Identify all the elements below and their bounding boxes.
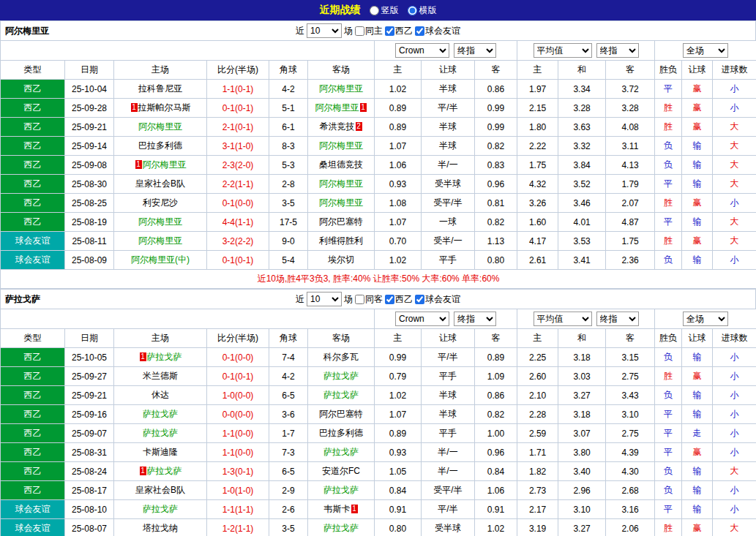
away-team-link[interactable]: 萨拉戈萨 (323, 523, 359, 533)
corner-cell: 5-3 (269, 156, 308, 175)
away-team-cell: 巴拉多利德 (308, 424, 375, 443)
home-team-link[interactable]: 阿尔梅里亚 (138, 216, 182, 227)
horizontal-radio[interactable] (408, 6, 417, 15)
euro-average-select[interactable]: 平均值 (534, 312, 592, 326)
asia-handicap-cell: 半球 (422, 80, 475, 99)
home-team-link[interactable]: 萨拉戈萨 (143, 409, 178, 419)
scope-select[interactable]: 全场 (683, 312, 728, 326)
home-team-link[interactable]: 阿尔梅里亚 (138, 121, 182, 132)
home-team-link[interactable]: 皇家社会B队 (135, 178, 185, 189)
friendly-filter[interactable]: 球会友谊 (415, 25, 460, 37)
home-team-link[interactable]: 1拉斯帕尔马斯 (130, 102, 191, 113)
league-filter[interactable]: 西乙 (385, 293, 413, 306)
asia-away-odds-cell: 1.00 (475, 424, 517, 443)
euro-average-select[interactable]: 平均值 (534, 43, 592, 58)
scope-select[interactable]: 全场 (683, 43, 728, 58)
home-team-link[interactable]: 萨拉戈萨 (143, 428, 178, 438)
away-team-link[interactable]: 阿尔梅里亚 (319, 178, 363, 189)
bookmaker-select[interactable]: Crown (395, 43, 449, 58)
vertical-radio[interactable] (370, 6, 379, 15)
half-time-score: (1-0) (235, 141, 253, 151)
away-team-link[interactable]: 萨拉戈萨 (323, 371, 359, 381)
layout-vertical-option[interactable]: 竖版 (370, 4, 399, 17)
away-team-link[interactable]: 阿尔梅里亚 (319, 140, 363, 151)
league-filter[interactable]: 西乙 (385, 25, 413, 37)
recent-count-select[interactable]: 10 (307, 292, 342, 306)
team-name-text: 休达 (151, 390, 169, 400)
same-venue-filter[interactable]: 同主 (355, 25, 383, 37)
home-team-link[interactable]: 阿尔梅里亚(中) (131, 254, 190, 265)
red-card-badge: 1 (351, 505, 358, 513)
away-team-link[interactable]: 埃尔切 (328, 254, 354, 265)
euro-mode-select[interactable]: 终指 (596, 43, 639, 58)
home-team-link[interactable]: 萨拉戈萨 (143, 504, 178, 514)
same-venue-checkbox[interactable] (355, 26, 364, 36)
friendly-checkbox[interactable] (415, 295, 424, 304)
home-team-link[interactable]: 塔拉戈纳 (143, 523, 178, 533)
layout-horizontal-option[interactable]: 横版 (408, 4, 437, 17)
asia-home-odds-cell: 0.80 (375, 519, 422, 536)
recent-results-page: 近期战绩 竖版 横版 阿尔梅里亚 近 10 场 同主 西乙 球 (0, 0, 756, 536)
asia-home-odds-cell: 0.89 (375, 99, 422, 118)
home-team-link[interactable]: 1萨拉戈萨 (139, 352, 182, 362)
home-team-link[interactable]: 1萨拉戈萨 (139, 466, 182, 476)
bookmaker-select[interactable]: Crown (395, 312, 449, 326)
away-team-link[interactable]: 阿尔巴塞特 (319, 409, 363, 419)
away-team-link[interactable]: 阿尔巴塞特 (319, 216, 363, 227)
home-team-link[interactable]: 皇家社会B队 (135, 485, 185, 495)
league-checkbox[interactable] (385, 295, 394, 304)
asia-home-odds-cell: 0.70 (375, 232, 422, 251)
euro-home-odds-cell: 1.82 (517, 462, 558, 481)
same-venue-checkbox[interactable] (355, 295, 364, 304)
away-team-link[interactable]: 阿尔梅里亚 (319, 197, 363, 208)
euro-draw-odds-cell: 3.10 (558, 500, 606, 519)
corner-cell: 1-7 (269, 424, 308, 443)
corner-cell: 7-4 (269, 348, 308, 367)
away-team-link[interactable]: 安道尔FC (322, 466, 360, 476)
away-team-link[interactable]: 科尔多瓦 (323, 352, 359, 362)
home-team-link[interactable]: 1阿尔梅里亚 (135, 159, 187, 170)
asia-handicap-cell: 半/一 (422, 156, 475, 175)
home-team-link[interactable]: 拉科鲁尼亚 (138, 83, 182, 94)
asia-home-odds-cell: 0.89 (375, 118, 422, 137)
away-team-link[interactable]: 韦斯卡1 (324, 504, 359, 514)
asia-away-odds-cell: 0.81 (475, 194, 517, 213)
full-time-score: 1-1 (222, 84, 235, 94)
team-name-text: 阿尔梅里亚 (143, 159, 187, 170)
home-team-link[interactable]: 利安尼沙 (143, 197, 178, 208)
handicap-result-cell: 赢 (682, 367, 713, 386)
league-checkbox[interactable] (385, 26, 394, 36)
away-team-link[interactable]: 萨拉戈萨 (323, 390, 359, 400)
friendly-checkbox[interactable] (415, 26, 424, 36)
asia-handicap-cell: 平/半 (422, 500, 475, 519)
home-team-cell: 1萨拉戈萨 (114, 462, 207, 481)
recent-count-select[interactable]: 10 (307, 23, 342, 38)
same-venue-filter[interactable]: 同客 (355, 293, 383, 306)
away-team-link[interactable]: 希洪竞技2 (320, 121, 363, 132)
team-name-text: 阿尔梅里亚 (138, 216, 182, 227)
away-team-link[interactable]: 桑坦德竞技 (319, 159, 363, 170)
home-team-link[interactable]: 休达 (151, 390, 169, 400)
full-time-score: 0-1 (222, 198, 235, 208)
full-time-score: 1-3 (222, 467, 235, 477)
asia-away-odds-cell: 1.09 (475, 367, 517, 386)
euro-mode-select[interactable]: 终指 (596, 312, 639, 326)
home-team-link[interactable]: 米兰德斯 (143, 371, 178, 381)
home-team-link[interactable]: 巴拉多利德 (138, 140, 182, 151)
home-team-link[interactable]: 卡斯迪隆 (143, 447, 178, 457)
away-team-link[interactable]: 萨拉戈萨 (323, 485, 359, 495)
away-team-link[interactable]: 利维得胜利 (319, 235, 363, 246)
friendly-filter[interactable]: 球会友谊 (415, 293, 460, 306)
away-team-link[interactable]: 阿尔梅里亚 (319, 83, 363, 94)
away-team-link[interactable]: 萨拉戈萨 (323, 447, 359, 457)
goals-result-cell: 大 (713, 118, 756, 137)
col-asia-home: 主 (375, 329, 422, 348)
col-euro-draw: 和 (558, 329, 606, 348)
away-team-link[interactable]: 巴拉多利德 (319, 428, 363, 438)
asia-mode-select[interactable]: 终指 (454, 43, 496, 58)
away-team-link[interactable]: 阿尔梅里亚1 (315, 102, 367, 113)
asia-mode-select[interactable]: 终指 (454, 312, 496, 326)
scope-header: 全场 (655, 41, 756, 61)
goals-result-cell: 大 (713, 175, 756, 194)
home-team-link[interactable]: 阿尔梅里亚 (138, 235, 182, 246)
